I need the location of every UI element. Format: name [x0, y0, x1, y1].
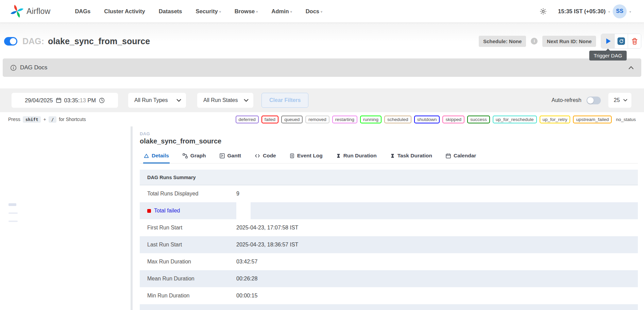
- tab-run-duration[interactable]: Run Duration: [336, 149, 377, 163]
- status-badge-up-for-retry: up_for_retry: [540, 116, 571, 123]
- caret-down-icon: ▾: [608, 10, 610, 14]
- caret-down-icon: ▾: [321, 10, 322, 14]
- grid-skeleton-bar: [9, 203, 16, 206]
- toggle-knob: [10, 38, 16, 45]
- clock-icon: [99, 98, 105, 103]
- info-circle-icon: [10, 65, 17, 71]
- caret-down-icon: ▾: [219, 10, 221, 14]
- tab-code[interactable]: Code: [254, 149, 277, 163]
- nav-item-dags[interactable]: DAGs: [75, 8, 90, 15]
- reparse-icon: [617, 37, 625, 45]
- trash-icon: [631, 38, 638, 45]
- schedule-info-icon[interactable]: i: [531, 38, 538, 45]
- gear-icon[interactable]: [539, 7, 547, 15]
- dag-pause-toggle[interactable]: [4, 37, 17, 46]
- status-badge-up-for-reschedule: up_for_reschedule: [493, 116, 537, 123]
- tab-task-duration[interactable]: Task Duration: [390, 149, 433, 163]
- auto-refresh-control: Auto-refresh: [552, 97, 601, 104]
- tab-details[interactable]: Details: [143, 149, 170, 163]
- table-row: Max Run Duration 03:42:57: [140, 253, 638, 270]
- trigger-dag-button[interactable]: [601, 34, 614, 48]
- total-failed-link[interactable]: Total failed: [154, 208, 180, 214]
- brand-name: Airflow: [27, 7, 50, 16]
- clear-filters-button[interactable]: Clear Filters: [261, 93, 308, 108]
- navbar-right: 15:35 IST (+05:30) ▾ SS ▾: [539, 4, 634, 18]
- dag-header-actions: Schedule: None i Next Run ID: None: [479, 34, 641, 49]
- delete-dag-button[interactable]: [628, 34, 641, 48]
- run-types-select[interactable]: All Run Types: [128, 93, 186, 108]
- gantt-icon: [220, 153, 225, 158]
- nav-item-docs[interactable]: Docs▾: [306, 8, 322, 15]
- shortcuts-hint: Press shift + / for Shortcuts: [8, 116, 86, 123]
- page-size-value: 25: [614, 97, 620, 103]
- dag-header-band: DAG: olake_sync_from_source Schedule: No…: [0, 22, 644, 58]
- detail-tabs: Details Graph Gantt Code: [140, 149, 638, 163]
- table-row: Last Run Start 2025-04-23, 18:36:57 IST: [140, 236, 638, 253]
- status-badge-skipped: skipped: [442, 116, 464, 123]
- dag-kicker-label: DAG: [140, 131, 638, 136]
- tab-graph[interactable]: Graph: [182, 149, 207, 163]
- run-types-value: All Run Types: [134, 97, 168, 103]
- hourglass-icon: [336, 153, 341, 158]
- details-pane: DAG olake_sync_from_source Details Graph…: [133, 126, 644, 310]
- summary-table-header: DAG Runs Summary: [140, 170, 638, 185]
- dag-docs-label: DAG Docs: [20, 64, 47, 71]
- caret-down-icon: ▾: [256, 10, 258, 14]
- nav-item-admin[interactable]: Admin▾: [271, 8, 292, 15]
- dag-title-row: DAG: olake_sync_from_source Schedule: No…: [4, 33, 641, 49]
- filter-bar: 29/04/2025 03:35:13 PM All Run Types All…: [0, 88, 644, 112]
- tab-calendar[interactable]: Calendar: [445, 149, 477, 163]
- failed-status-swatch: [147, 209, 151, 213]
- graph-icon: [183, 153, 188, 158]
- airflow-logo-icon: [10, 4, 24, 18]
- time-seconds: 13: [80, 97, 86, 103]
- table-row: Total failed: [140, 202, 638, 219]
- table-row: Total Runs Displayed 9: [140, 185, 638, 202]
- details-icon: [144, 153, 149, 158]
- status-badge-scheduled: scheduled: [384, 116, 411, 123]
- status-badge-failed: failed: [261, 116, 278, 123]
- status-badge-success: success: [467, 116, 490, 123]
- page-size-select[interactable]: 25: [608, 93, 631, 108]
- status-badge-no-status: no_status: [614, 116, 636, 123]
- nav-item-cluster-activity[interactable]: Cluster Activity: [104, 8, 145, 15]
- nav-item-security[interactable]: Security▾: [196, 8, 221, 15]
- nav-item-browse[interactable]: Browse▾: [235, 8, 258, 15]
- base-date-input[interactable]: 29/04/2025 03:35:13 PM: [12, 93, 118, 108]
- navbar-clock[interactable]: 15:35 IST (+05:30): [558, 8, 606, 15]
- panel-dag-title: olake_sync_from_source: [140, 137, 638, 145]
- time-value: 03:35:13 PM: [64, 97, 96, 104]
- chevron-down-icon: [623, 99, 627, 102]
- date-value: 29/04/2025: [25, 97, 53, 104]
- top-navbar: Airflow DAGs Cluster Activity Datasets S…: [0, 0, 644, 22]
- airflow-brand[interactable]: Airflow: [10, 4, 50, 18]
- dag-runs-summary-table: DAG Runs Summary Total Runs Displayed 9 …: [140, 170, 638, 310]
- dag-prefix-label: DAG:: [22, 36, 44, 46]
- auto-refresh-toggle[interactable]: [587, 97, 601, 104]
- shift-key: shift: [23, 116, 41, 123]
- chevron-up-icon[interactable]: [628, 66, 634, 69]
- table-row: Mean Run Duration 00:26:28: [140, 270, 638, 287]
- legend-row: Press shift + / for Shortcuts deferred f…: [0, 112, 644, 126]
- status-badge-shutdown: shutdown: [414, 116, 440, 123]
- main-area: DAG olake_sync_from_source Details Graph…: [0, 126, 644, 310]
- dag-docs-bar[interactable]: DAG Docs: [3, 58, 641, 77]
- status-badge-queued: queued: [281, 116, 303, 123]
- grid-skeleton-bar: [9, 212, 18, 214]
- next-run-badge: Next Run ID: None: [542, 36, 596, 47]
- reparse-dag-button[interactable]: [614, 34, 628, 48]
- table-row: First Run Start 2025-04-23, 17:07:58 IST: [140, 219, 638, 236]
- chevron-down-icon: [176, 99, 181, 102]
- tab-event-log[interactable]: Event Log: [289, 149, 323, 163]
- tab-gantt[interactable]: Gantt: [219, 149, 242, 163]
- run-states-select[interactable]: All Run States: [197, 93, 253, 108]
- status-legend: deferred failed queued removed restartin…: [236, 116, 636, 123]
- play-icon: [606, 38, 611, 44]
- status-badge-removed: removed: [305, 116, 329, 123]
- chevron-down-icon: [244, 99, 249, 102]
- nav-item-datasets[interactable]: Datasets: [159, 8, 182, 15]
- trigger-dag-tooltip: Trigger DAG: [589, 51, 627, 61]
- user-avatar[interactable]: SS: [613, 4, 627, 18]
- dag-action-buttons: [601, 34, 641, 49]
- slash-key: /: [49, 116, 57, 123]
